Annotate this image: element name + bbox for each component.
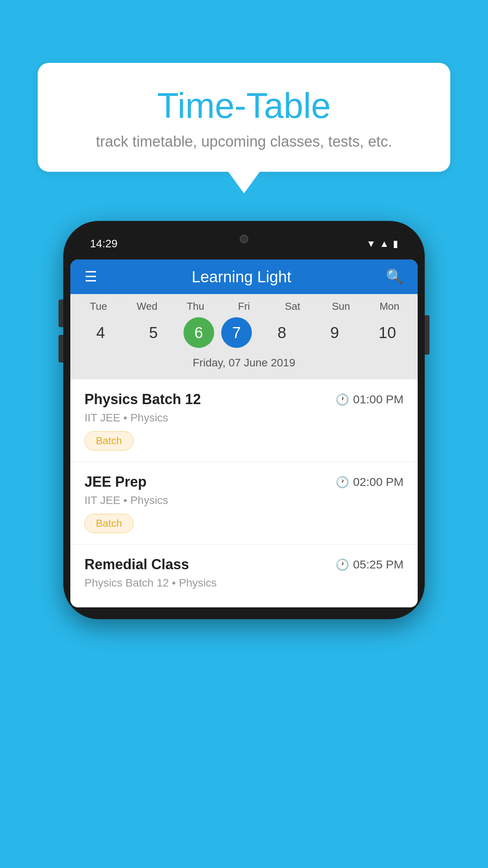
search-icon[interactable]: 🔍 bbox=[386, 268, 404, 285]
phone-notch bbox=[213, 228, 275, 250]
speech-bubble-title: Time-Table bbox=[69, 86, 419, 125]
batch-tag-1: Batch bbox=[84, 431, 134, 451]
day-8[interactable]: 8 bbox=[259, 317, 305, 348]
day-header-wed: Wed bbox=[124, 300, 170, 313]
wifi-icon: ▼ bbox=[366, 238, 376, 249]
clock-icon-1: 🕐 bbox=[336, 393, 349, 406]
day-headers: Tue Wed Thu Fri Sat Sun Mon bbox=[70, 300, 418, 313]
calendar-strip: Tue Wed Thu Fri Sat Sun Mon 4 5 6 7 8 9 … bbox=[70, 294, 418, 379]
schedule-time-1: 🕐 01:00 PM bbox=[336, 393, 404, 406]
phone-screen: ☰ Learning Light 🔍 Tue Wed Thu Fri Sat S… bbox=[70, 259, 418, 607]
clock-icon-2: 🕐 bbox=[336, 476, 349, 489]
app-header: ☰ Learning Light 🔍 bbox=[70, 259, 418, 294]
power-button[interactable] bbox=[425, 315, 429, 355]
schedule-sub-2: IIT JEE • Physics bbox=[84, 494, 404, 507]
schedule-time-value-2: 02:00 PM bbox=[353, 475, 404, 489]
phone-time: 14:29 bbox=[90, 237, 117, 250]
day-header-sun: Sun bbox=[318, 300, 364, 313]
speech-bubble-wrapper: Time-Table track timetable, upcoming cla… bbox=[38, 63, 450, 193]
day-header-tue: Tue bbox=[76, 300, 121, 313]
schedule-list: Physics Batch 12 🕐 01:00 PM IIT JEE • Ph… bbox=[70, 379, 418, 607]
schedule-sub-3: Physics Batch 12 • Physics bbox=[84, 577, 404, 589]
day-4[interactable]: 4 bbox=[78, 317, 123, 348]
day-5[interactable]: 5 bbox=[130, 317, 176, 348]
day-header-mon: Mon bbox=[367, 300, 412, 313]
schedule-title-3: Remedial Class bbox=[84, 556, 189, 573]
phone-camera bbox=[240, 235, 248, 243]
schedule-item-2-top: JEE Prep 🕐 02:00 PM bbox=[84, 474, 404, 490]
day-header-sat: Sat bbox=[270, 300, 315, 313]
day-9[interactable]: 9 bbox=[312, 317, 358, 348]
signal-icon: ▲ bbox=[380, 238, 389, 249]
day-10[interactable]: 10 bbox=[365, 317, 410, 348]
day-header-fri: Fri bbox=[221, 300, 267, 313]
schedule-time-2: 🕐 02:00 PM bbox=[336, 475, 404, 489]
battery-icon: ▮ bbox=[393, 238, 398, 249]
phone-frame: 14:29 ▼ ▲ ▮ ☰ Learning Light 🔍 Tue bbox=[63, 221, 425, 619]
day-6-today[interactable]: 6 bbox=[183, 317, 214, 348]
volume-up-button[interactable] bbox=[59, 300, 63, 327]
schedule-time-3: 🕐 05:25 PM bbox=[336, 558, 404, 571]
phone-mockup: 14:29 ▼ ▲ ▮ ☰ Learning Light 🔍 Tue bbox=[63, 221, 425, 619]
status-icons: ▼ ▲ ▮ bbox=[366, 238, 398, 249]
schedule-item-1[interactable]: Physics Batch 12 🕐 01:00 PM IIT JEE • Ph… bbox=[70, 379, 418, 462]
day-header-thu: Thu bbox=[173, 300, 218, 313]
selected-date-label: Friday, 07 June 2019 bbox=[70, 354, 418, 376]
schedule-title-2: JEE Prep bbox=[84, 474, 147, 490]
menu-icon[interactable]: ☰ bbox=[84, 268, 97, 285]
schedule-sub-1: IIT JEE • Physics bbox=[84, 412, 404, 424]
batch-tag-2: Batch bbox=[84, 514, 134, 533]
clock-icon-3: 🕐 bbox=[336, 558, 349, 571]
schedule-item-1-top: Physics Batch 12 🕐 01:00 PM bbox=[84, 391, 404, 408]
schedule-title-1: Physics Batch 12 bbox=[84, 391, 201, 408]
speech-bubble-subtitle: track timetable, upcoming classes, tests… bbox=[69, 133, 419, 150]
schedule-time-value-3: 05:25 PM bbox=[353, 558, 404, 571]
schedule-item-2[interactable]: JEE Prep 🕐 02:00 PM IIT JEE • Physics Ba… bbox=[70, 462, 418, 544]
volume-down-button[interactable] bbox=[59, 335, 63, 362]
day-numbers: 4 5 6 7 8 9 10 bbox=[70, 313, 418, 354]
day-7-selected[interactable]: 7 bbox=[221, 317, 252, 348]
speech-bubble-card: Time-Table track timetable, upcoming cla… bbox=[38, 63, 450, 172]
speech-bubble-arrow bbox=[228, 172, 260, 193]
phone-status-bar: 14:29 ▼ ▲ ▮ bbox=[70, 228, 418, 259]
schedule-item-3-top: Remedial Class 🕐 05:25 PM bbox=[84, 556, 404, 573]
schedule-item-3[interactable]: Remedial Class 🕐 05:25 PM Physics Batch … bbox=[70, 544, 418, 607]
schedule-time-value-1: 01:00 PM bbox=[353, 393, 404, 406]
app-title: Learning Light bbox=[97, 268, 386, 286]
